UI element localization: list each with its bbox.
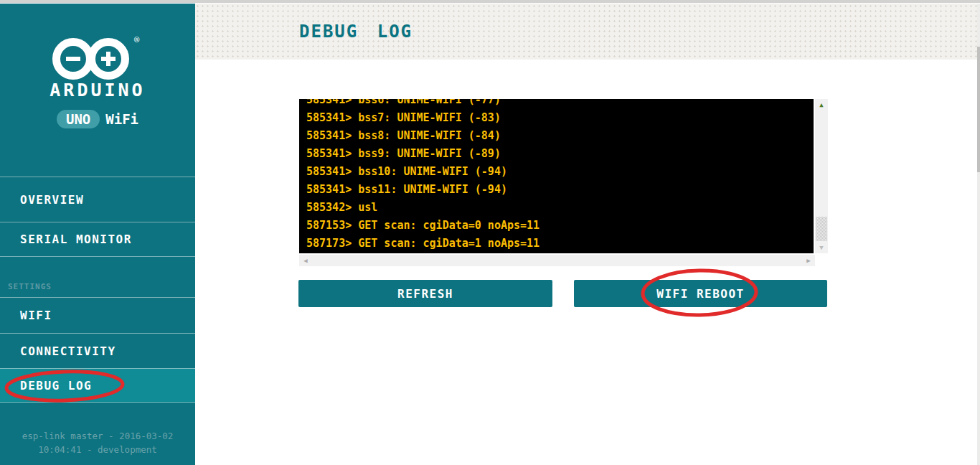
page-header: DEBUG LOG bbox=[195, 4, 980, 60]
logo-right-ring bbox=[88, 38, 129, 80]
console-horizontal-scrollbar[interactable]: ◀ ▶ bbox=[299, 255, 815, 266]
settings-section-header: SETTINGS bbox=[0, 256, 195, 297]
brand-block: ® ARDUINO UNO WiFi bbox=[0, 4, 195, 147]
console-log-lines: 585341> bss6: UNIME-WIFI (-77) 585341> b… bbox=[306, 99, 540, 253]
model-badge: UNO bbox=[57, 110, 100, 128]
log-line: 587173> GET scan: cgiData=1 noAps=11 bbox=[306, 235, 540, 253]
scroll-down-icon[interactable]: ▼ bbox=[815, 242, 828, 253]
log-line: 585341> bss6: UNIME-WIFI (-77) bbox=[306, 99, 540, 109]
sidebar-item-debug-log[interactable]: DEBUG LOG bbox=[0, 368, 195, 403]
page-scrollbar[interactable] bbox=[977, 4, 980, 465]
page-title: DEBUG LOG bbox=[299, 4, 413, 60]
scroll-left-icon[interactable]: ◀ bbox=[301, 255, 311, 266]
version-footer: esp-link master - 2016-03-02 10:04:41 - … bbox=[0, 429, 195, 456]
arduino-logo-icon bbox=[52, 38, 131, 81]
brand-name: ARDUINO bbox=[0, 80, 195, 100]
registered-trademark-icon: ® bbox=[134, 35, 139, 45]
sidebar-item-overview[interactable]: OVERVIEW bbox=[0, 177, 195, 222]
sidebar-item-label: WIFI bbox=[20, 309, 52, 322]
log-line: 585342> usl bbox=[306, 199, 540, 217]
sidebar-item-wifi[interactable]: WIFI bbox=[0, 297, 195, 333]
console-vertical-scrollbar[interactable]: ▲ ▼ bbox=[815, 99, 828, 253]
model-badge-row: UNO WiFi bbox=[0, 110, 195, 128]
scroll-right-icon[interactable]: ▶ bbox=[804, 255, 814, 266]
vertical-scroll-thumb[interactable] bbox=[816, 217, 827, 241]
sidebar-item-label: OVERVIEW bbox=[20, 193, 84, 207]
version-footer-line1: esp-link master - 2016-03-02 bbox=[0, 429, 195, 443]
sidebar-item-label: SERIAL MONITOR bbox=[20, 232, 132, 246]
log-line: 585341> bss11: UNIME-WIFI (-94) bbox=[306, 181, 540, 199]
log-line: 585341> bss8: UNIME-WIFI (-84) bbox=[306, 127, 540, 145]
minus-icon bbox=[66, 57, 80, 61]
sidebar: ® ARDUINO UNO WiFi OVERVIEW SERIAL MONIT… bbox=[0, 4, 195, 465]
sidebar-item-connectivity[interactable]: CONNECTIVITY bbox=[0, 333, 195, 368]
log-line: 585341> bss10: UNIME-WIFI (-94) bbox=[306, 163, 540, 181]
sidebar-item-serial-monitor[interactable]: SERIAL MONITOR bbox=[0, 222, 195, 256]
page-scroll-thumb[interactable] bbox=[977, 47, 980, 172]
version-footer-line2: 10:04:41 - development bbox=[0, 443, 195, 456]
sidebar-item-label: CONNECTIVITY bbox=[20, 344, 116, 358]
console-log-area[interactable]: 585341> bss6: UNIME-WIFI (-77) 585341> b… bbox=[299, 99, 814, 253]
log-line: 587153> GET scan: cgiData=0 noAps=11 bbox=[306, 217, 540, 235]
plus-icon bbox=[106, 52, 110, 66]
log-line: 585341> bss7: UNIME-WIFI (-83) bbox=[306, 109, 540, 127]
refresh-button[interactable]: REFRESH bbox=[298, 280, 552, 307]
debug-log-console: 585341> bss6: UNIME-WIFI (-77) 585341> b… bbox=[299, 99, 828, 267]
sidebar-item-label: DEBUG LOG bbox=[20, 379, 92, 393]
scroll-up-icon[interactable]: ▲ bbox=[815, 99, 828, 111]
sidebar-nav: OVERVIEW SERIAL MONITOR SETTINGS WIFI CO… bbox=[0, 177, 195, 403]
log-line: 585341> bss9: UNIME-WIFI (-89) bbox=[306, 145, 540, 163]
model-badge-suffix: WiFi bbox=[105, 111, 138, 127]
wifi-reboot-button[interactable]: WIFI REBOOT bbox=[574, 280, 827, 307]
settings-section-label: SETTINGS bbox=[8, 282, 52, 291]
